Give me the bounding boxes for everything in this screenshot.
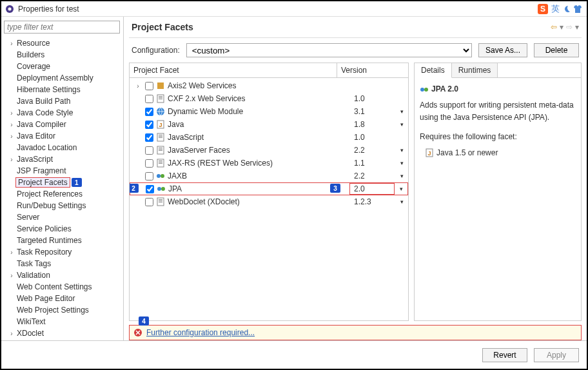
- sidebar-item-validation[interactable]: ›Validation: [4, 269, 123, 281]
- facet-row-javascript[interactable]: JavaScript1.0: [130, 131, 408, 144]
- version-dropdown-icon[interactable]: ▾: [395, 186, 407, 192]
- sidebar-item-service-policies[interactable]: Service Policies: [4, 223, 123, 235]
- page-header: Project Facets ⇦ ▾ ⇨ ▾: [129, 17, 582, 38]
- facet-checkbox[interactable]: [145, 198, 153, 206]
- sidebar-item-javascript[interactable]: ›JavaScript: [4, 153, 123, 165]
- sidebar-item-project-facets[interactable]: Project Facets1: [4, 177, 123, 188]
- version-dropdown-icon[interactable]: ▾: [395, 147, 408, 153]
- sidebar-item-project-references[interactable]: Project References: [4, 188, 123, 200]
- svg-rect-15: [159, 137, 162, 138]
- sidebar-item-server[interactable]: Server: [4, 211, 123, 223]
- version-dropdown-icon[interactable]: ▾: [395, 199, 408, 205]
- tab-runtimes[interactable]: Runtimes: [452, 63, 498, 77]
- version-dropdown-icon[interactable]: ▾: [395, 160, 408, 166]
- sidebar-item-hibernate-settings[interactable]: Hibernate Settings: [4, 84, 123, 95]
- nav-forward-icon: ⇨: [566, 23, 573, 32]
- facets-rows: ›Axis2 Web ServicesCXF 2.x Web Services1…: [130, 78, 408, 320]
- sidebar-item-task-tags[interactable]: Task Tags: [4, 258, 123, 269]
- details-body: JPA 2.0 Adds support for writing persist…: [415, 78, 581, 164]
- facet-row-dynamic-web-module[interactable]: Dynamic Web Module3.1▾: [130, 105, 408, 118]
- revert-button[interactable]: Revert: [482, 348, 527, 362]
- expand-icon[interactable]: ›: [133, 83, 142, 90]
- expand-icon[interactable]: ›: [8, 330, 15, 337]
- facet-version: 3.1: [350, 107, 395, 116]
- facet-checkbox[interactable]: [145, 108, 153, 116]
- facet-checkbox[interactable]: [145, 95, 153, 103]
- nav-forward-dropdown-icon[interactable]: ▾: [575, 23, 579, 32]
- sidebar-item-task-repository[interactable]: ›Task Repository: [4, 246, 123, 258]
- sidebar-item-java-build-path[interactable]: Java Build Path: [4, 95, 123, 107]
- svg-rect-13: [159, 135, 162, 135]
- facet-row-javaserver-faces[interactable]: JavaServer Faces2.2▾: [130, 144, 408, 157]
- svg-point-25: [161, 174, 164, 178]
- facet-version: 2.0: [349, 183, 395, 195]
- nav-back-dropdown-icon[interactable]: ▾: [560, 23, 564, 32]
- doc-icon: [156, 159, 165, 168]
- facet-row-java[interactable]: JJava1.8▾: [130, 118, 408, 131]
- version-dropdown-icon[interactable]: ▾: [395, 108, 408, 115]
- facet-checkbox[interactable]: [145, 146, 153, 155]
- sidebar-item-java-compiler[interactable]: ›Java Compiler: [4, 119, 123, 130]
- sidebar-item-builders[interactable]: Builders: [4, 49, 123, 61]
- version-dropdown-icon[interactable]: ▾: [395, 121, 408, 128]
- sidebar-item-label: Javadoc Location: [15, 143, 77, 152]
- facet-checkbox[interactable]: [145, 82, 153, 90]
- req-item-text: Java 1.5 or newer: [436, 147, 498, 159]
- svg-text:J: J: [427, 150, 431, 157]
- facet-checkbox[interactable]: [146, 185, 154, 193]
- sidebar-item-resource[interactable]: ›Resource: [4, 37, 123, 49]
- sidebar-item-deployment-assembly[interactable]: Deployment Assembly: [4, 72, 123, 84]
- error-icon: [133, 328, 142, 337]
- facet-row-jaxb[interactable]: JAXB2.2▾: [130, 170, 408, 182]
- ime-sogou-icon[interactable]: S: [537, 3, 549, 15]
- expand-icon[interactable]: ›: [8, 156, 15, 163]
- sidebar-item-java-editor[interactable]: ›Java Editor: [4, 130, 123, 142]
- facet-row-webdoclet-xdoclet-[interactable]: WebDoclet (XDoclet)1.2.3▾: [130, 195, 408, 208]
- col-header-facet[interactable]: Project Facet: [130, 63, 337, 77]
- sidebar-item-java-code-style[interactable]: ›Java Code Style: [4, 107, 123, 119]
- expand-icon[interactable]: ›: [8, 40, 15, 47]
- expand-icon[interactable]: ›: [8, 133, 15, 140]
- nav-back-icon[interactable]: ⇦: [551, 23, 557, 32]
- facet-checkbox[interactable]: [145, 172, 153, 180]
- config-select[interactable]: <custom>: [186, 43, 472, 57]
- facet-row-jpa[interactable]: 2JPA32.0▾: [130, 182, 408, 195]
- ime-moon-icon[interactable]: [562, 5, 571, 14]
- sidebar-item-web-project-settings[interactable]: Web Project Settings: [4, 304, 123, 316]
- facet-checkbox[interactable]: [145, 133, 153, 142]
- sidebar-item-web-page-editor[interactable]: Web Page Editor: [4, 293, 123, 304]
- ime-shirt-icon[interactable]: [573, 5, 583, 14]
- version-dropdown-icon[interactable]: ▾: [395, 173, 408, 179]
- facet-row-cxf-2-x-web-services[interactable]: CXF 2.x Web Services1.0: [130, 92, 408, 105]
- expand-icon[interactable]: ›: [8, 272, 15, 279]
- sidebar-item-xdoclet[interactable]: ›XDoclet: [4, 327, 123, 339]
- facet-checkbox[interactable]: [145, 121, 153, 129]
- jpa-icon: [420, 85, 429, 94]
- filter-input[interactable]: [4, 21, 120, 34]
- facet-version: 1.2.3: [350, 197, 395, 206]
- delete-button[interactable]: Delete: [534, 43, 579, 57]
- sidebar-item-wikitext[interactable]: WikiText: [4, 316, 123, 327]
- col-header-version[interactable]: Version: [337, 63, 408, 77]
- sidebar-item-run-debug-settings[interactable]: Run/Debug Settings: [4, 200, 123, 211]
- sidebar-item-label: JSP Fragment: [15, 166, 66, 175]
- sidebar-item-javadoc-location[interactable]: Javadoc Location: [4, 142, 123, 153]
- expand-icon[interactable]: ›: [8, 249, 15, 256]
- sidebar-item-jsp-fragment[interactable]: JSP Fragment: [4, 165, 123, 177]
- window-titlebar: Properties for test S 英: [1, 1, 587, 17]
- further-config-link[interactable]: Further configuration required...: [146, 328, 255, 337]
- facet-row-jax-rs-rest-web-services-[interactable]: JAX-RS (REST Web Services)1.1▾: [130, 157, 408, 170]
- sidebar-item-label: Task Tags: [15, 259, 51, 268]
- ime-lang-label[interactable]: 英: [550, 3, 561, 15]
- save-as-button[interactable]: Save As...: [478, 43, 527, 57]
- facet-version: 2.2: [350, 146, 395, 155]
- axis-icon: [156, 81, 165, 90]
- tab-details[interactable]: Details: [415, 63, 452, 78]
- facet-checkbox[interactable]: [145, 159, 153, 168]
- expand-icon[interactable]: ›: [8, 121, 15, 128]
- sidebar-item-web-content-settings[interactable]: Web Content Settings: [4, 281, 123, 293]
- sidebar-item-coverage[interactable]: Coverage: [4, 61, 123, 72]
- expand-icon[interactable]: ›: [8, 110, 15, 117]
- sidebar-item-targeted-runtimes[interactable]: Targeted Runtimes: [4, 235, 123, 246]
- facet-row-axis2-web-services[interactable]: ›Axis2 Web Services: [130, 79, 408, 92]
